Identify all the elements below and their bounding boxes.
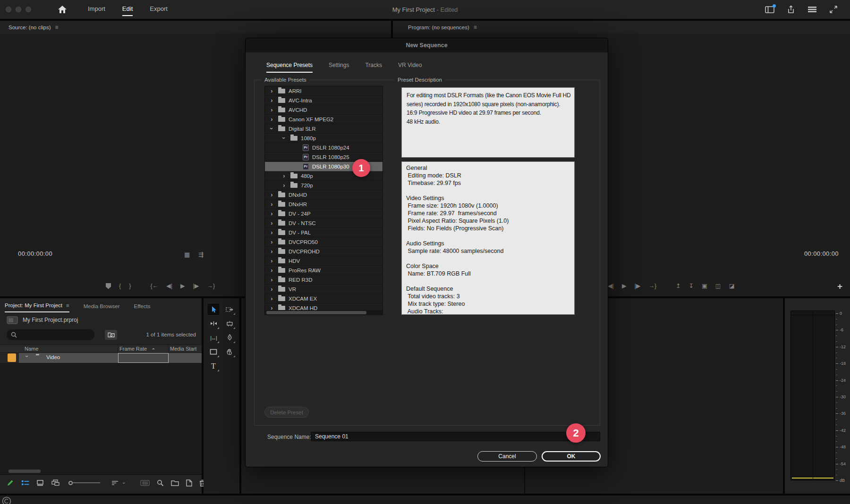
chevron-collapsed-icon[interactable]: ›	[269, 258, 275, 264]
sort-icons-button[interactable]: ›	[112, 480, 129, 486]
chevron-collapsed-icon[interactable]: ›	[281, 173, 287, 179]
play-button[interactable]: ▶	[180, 283, 185, 289]
audio-meter[interactable]	[790, 311, 835, 480]
chevron-collapsed-icon[interactable]: ›	[269, 88, 275, 94]
workspace-icon[interactable]	[765, 6, 774, 13]
source-timecode[interactable]: 00:00:00:00	[18, 250, 52, 257]
selection-tool[interactable]	[207, 303, 220, 316]
creative-cloud-icon[interactable]	[2, 496, 11, 504]
window-zoom-button[interactable]	[26, 7, 31, 12]
chevron-collapsed-icon[interactable]: ›	[269, 267, 275, 273]
freeform-view-button[interactable]	[51, 479, 60, 486]
preset-tree-item[interactable]: ›ProRes RAW	[265, 266, 382, 275]
preset-tree-item[interactable]: ›DNxHR	[265, 200, 382, 209]
tree-scrollbar-thumb[interactable]	[266, 311, 366, 314]
preset-tree-item[interactable]: ›Digital SLR	[265, 124, 382, 134]
chevron-collapsed-icon[interactable]: ›	[269, 220, 275, 226]
zoom-fit-icon[interactable]: ⇶	[198, 251, 204, 258]
sequence-name-input[interactable]	[311, 432, 600, 441]
go-to-out-button[interactable]: →}	[648, 283, 656, 289]
cancel-button[interactable]: Cancel	[477, 451, 537, 462]
preset-tree-item[interactable]: ›720p	[265, 181, 382, 190]
tab-tracks[interactable]: Tracks	[365, 62, 382, 73]
tab-media-browser[interactable]: Media Browser	[84, 303, 120, 312]
nav-import[interactable]: Import	[88, 3, 105, 16]
label-color-chip[interactable]	[8, 353, 16, 362]
nav-export[interactable]: Export	[150, 3, 168, 16]
rectangle-tool[interactable]	[207, 345, 220, 358]
go-to-in-button[interactable]: {←	[150, 283, 158, 289]
preset-tree-item[interactable]: ›DVCPRO50	[265, 237, 382, 247]
preset-tree-item[interactable]: ›AVC-Intra	[265, 96, 382, 105]
mark-in-button[interactable]: {	[119, 283, 121, 289]
multi-view-button[interactable]: ◪	[729, 283, 735, 289]
track-select-forward-tool[interactable]	[223, 303, 236, 316]
preset-tree-item[interactable]: PrDSLR 1080p24	[265, 143, 382, 152]
play-button[interactable]: ▶	[622, 283, 627, 289]
source-panel-header[interactable]: Source: (no clips) ≡	[0, 21, 391, 34]
type-tool[interactable]: T	[207, 360, 220, 372]
step-back-button[interactable]: ◀|	[608, 283, 614, 289]
nav-edit[interactable]: Edit	[122, 3, 133, 16]
preset-tree-item[interactable]: ›RED R3D	[265, 275, 382, 285]
tab-effects[interactable]: Effects	[134, 303, 150, 312]
horizontal-scrollbar[interactable]	[8, 470, 41, 473]
step-back-button[interactable]: ◀|	[166, 283, 172, 289]
ok-button[interactable]: OK	[542, 451, 601, 462]
frame-rate-cell[interactable]	[118, 353, 169, 363]
search-input[interactable]	[20, 332, 86, 337]
fullscreen-icon[interactable]	[829, 5, 838, 14]
chevron-collapsed-icon[interactable]: ›	[269, 239, 275, 245]
preset-tree-item[interactable]: ›VR	[265, 285, 382, 294]
mark-out-button[interactable]: }	[129, 283, 131, 289]
new-item-button[interactable]	[186, 479, 192, 487]
step-forward-button[interactable]: |▶	[193, 283, 199, 289]
project-list-area[interactable]	[0, 363, 202, 474]
share-icon[interactable]	[787, 5, 795, 14]
slip-tool[interactable]: |↔|	[207, 331, 220, 344]
home-icon[interactable]	[58, 5, 67, 14]
ripple-edit-tool[interactable]	[207, 317, 220, 330]
razor-tool[interactable]	[223, 317, 236, 330]
chevron-expanded-icon[interactable]: ›	[281, 135, 287, 141]
hand-tool[interactable]	[223, 345, 236, 358]
preset-tree-item[interactable]: ›HDV	[265, 256, 382, 266]
chevron-collapsed-icon[interactable]: ›	[269, 248, 275, 254]
chevron-collapsed-icon[interactable]: ›	[269, 277, 275, 283]
preset-tree-item[interactable]: ›ARRI	[265, 86, 382, 96]
chevron-expanded-icon[interactable]: ›	[269, 126, 275, 132]
preset-tree-item[interactable]: ›DNxHD	[265, 190, 382, 200]
tab-project[interactable]: Project: My First Project ≡	[5, 302, 69, 312]
preset-tree-item[interactable]: ›DV - 24P	[265, 209, 382, 218]
chevron-collapsed-icon[interactable]: ›	[269, 107, 275, 113]
column-media-start[interactable]: Media Start	[170, 346, 196, 352]
list-view-button[interactable]	[21, 479, 29, 486]
table-row[interactable]: › Video	[0, 353, 202, 363]
chevron-collapsed-icon[interactable]: ›	[269, 97, 275, 103]
zoom-slider-track[interactable]	[73, 482, 100, 483]
preset-tree-item[interactable]: ›DV - PAL	[265, 228, 382, 237]
comparison-view-button[interactable]: ◫	[715, 283, 721, 289]
window-close-button[interactable]	[6, 7, 11, 12]
dialog-titlebar[interactable]: New Sequence	[246, 38, 608, 52]
source-settings-icon[interactable]: ▦	[184, 251, 190, 258]
export-frame-button[interactable]: ▣	[702, 283, 707, 289]
program-panel-header[interactable]: Program: (no sequences) ≡	[393, 21, 850, 34]
search-box[interactable]	[7, 329, 94, 340]
extract-button[interactable]: ↧	[689, 283, 694, 289]
zoom-slider-knob[interactable]	[68, 481, 73, 485]
find-button[interactable]	[157, 479, 164, 487]
go-to-out-button[interactable]: →}	[207, 283, 215, 289]
icon-view-button[interactable]	[36, 479, 44, 486]
add-marker-button[interactable]	[106, 283, 111, 289]
column-frame-rate[interactable]: Frame Rate ›	[119, 346, 159, 352]
preset-tree-item[interactable]: ›1080p	[265, 134, 382, 143]
new-bin-button[interactable]	[171, 480, 179, 486]
column-name[interactable]: Name	[25, 346, 38, 352]
project-writable-toggle[interactable]	[7, 479, 14, 487]
preset-tree-item[interactable]: ›DV - NTSC	[265, 218, 382, 228]
preset-tree-item[interactable]: ›DVCPROHD	[265, 247, 382, 256]
chevron-collapsed-icon[interactable]: ›	[269, 116, 275, 122]
tree-scrollbar-track[interactable]	[265, 310, 382, 315]
automate-to-sequence-button[interactable]	[140, 480, 150, 486]
